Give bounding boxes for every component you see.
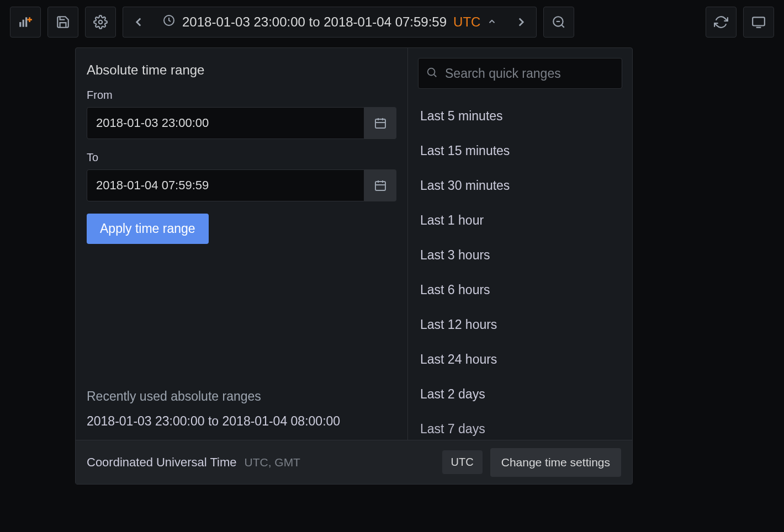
add-panel-button[interactable] [10, 7, 41, 38]
svg-rect-10 [375, 119, 385, 128]
time-back-button[interactable] [123, 7, 153, 38]
time-forward-button[interactable] [506, 7, 537, 38]
timezone-sub: UTC, GMT [244, 456, 300, 469]
change-time-settings-button[interactable]: Change time settings [490, 448, 621, 477]
time-range-dropdown: Absolute time range From To Apply time r… [75, 47, 633, 485]
recent-title: Recently used absolute ranges [87, 389, 396, 404]
to-calendar-button[interactable] [364, 169, 396, 201]
svg-rect-0 [19, 22, 21, 27]
svg-point-3 [99, 20, 103, 24]
time-range-text: 2018-01-03 23:00:00 to 2018-01-04 07:59:… [182, 14, 447, 30]
svg-rect-8 [753, 17, 765, 25]
quick-range-item[interactable]: Last 15 minutes [418, 134, 622, 168]
quick-range-item[interactable]: Last 2 days [418, 377, 622, 412]
svg-point-18 [428, 68, 435, 76]
from-input[interactable] [87, 107, 364, 139]
settings-button[interactable] [85, 7, 116, 38]
time-range-group: 2018-01-03 23:00:00 to 2018-01-04 07:59:… [123, 7, 537, 38]
timezone-badge: UTC [442, 450, 483, 474]
quick-range-item[interactable]: Last 12 hours [418, 307, 622, 342]
apply-time-range-button[interactable]: Apply time range [87, 214, 209, 244]
quick-range-item[interactable]: Last 24 hours [418, 342, 622, 377]
from-label: From [87, 89, 396, 102]
to-label: To [87, 151, 396, 164]
recent-ranges: Recently used absolute ranges 2018-01-03… [87, 389, 396, 429]
to-input[interactable] [87, 169, 364, 201]
search-icon [426, 66, 438, 81]
save-button[interactable] [47, 7, 78, 38]
quick-range-list: Last 5 minutes Last 15 minutes Last 30 m… [418, 99, 622, 440]
chevron-up-icon [487, 14, 497, 30]
toolbar: 2018-01-03 23:00:00 to 2018-01-04 07:59:… [0, 0, 784, 44]
refresh-button[interactable] [706, 7, 737, 38]
svg-rect-2 [25, 17, 27, 26]
tv-mode-button[interactable] [743, 7, 774, 38]
quick-ranges-pane: Last 5 minutes Last 15 minutes Last 30 m… [408, 48, 632, 440]
quick-range-item[interactable]: Last 6 hours [418, 273, 622, 307]
quick-range-item[interactable]: Last 7 days [418, 412, 622, 437]
recent-range-item[interactable]: 2018-01-03 23:00:00 to 2018-01-04 08:00:… [87, 414, 396, 429]
zoom-out-button[interactable] [543, 7, 574, 38]
svg-line-19 [434, 75, 436, 77]
absolute-pane: Absolute time range From To Apply time r… [76, 48, 408, 440]
svg-rect-14 [375, 182, 385, 190]
svg-line-6 [562, 25, 564, 27]
from-calendar-button[interactable] [364, 107, 396, 139]
quick-range-item[interactable]: Last 3 hours [418, 238, 622, 273]
time-range-picker[interactable]: 2018-01-03 23:00:00 to 2018-01-04 07:59:… [153, 7, 506, 38]
time-range-tz: UTC [453, 14, 480, 30]
quick-range-item[interactable]: Last 5 minutes [418, 99, 622, 134]
timezone-footer: Coordinated Universal Time UTC, GMT UTC … [76, 440, 632, 484]
absolute-title: Absolute time range [87, 62, 396, 78]
quick-range-search-input[interactable] [418, 58, 622, 89]
clock-icon [162, 14, 176, 30]
quick-range-item[interactable]: Last 1 hour [418, 203, 622, 238]
quick-range-item[interactable]: Last 30 minutes [418, 168, 622, 203]
svg-rect-1 [23, 20, 24, 27]
timezone-name: Coordinated Universal Time [87, 455, 236, 470]
